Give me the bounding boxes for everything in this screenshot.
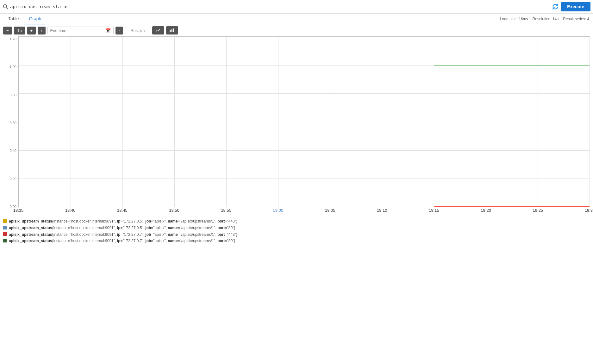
load-time: Load time: 16ms	[500, 17, 528, 21]
legend-color-1	[3, 219, 7, 223]
x-label-1850: 18:50	[169, 208, 179, 213]
y-axis: 1.20 1.00 0.80 0.60 0.40 0.20 0.00	[3, 36, 18, 216]
legend-item-4[interactable]: apisix_upstream_status{instance="host.do…	[3, 238, 590, 244]
execute-button[interactable]: Execute	[561, 2, 590, 11]
legend-text-1: apisix_upstream_status{instance="host.do…	[9, 219, 237, 224]
meta-info: Load time: 16ms Resolution: 14s Result s…	[496, 16, 593, 22]
y-label-100: 1.00	[10, 65, 16, 69]
grid-v-4	[226, 37, 227, 207]
grid-v-10	[538, 37, 538, 207]
grid-v-1	[71, 37, 71, 207]
end-time-input[interactable]	[50, 28, 103, 33]
legend-item-3[interactable]: apisix_upstream_status{instance="host.do…	[3, 232, 590, 237]
y-label-020: 0.20	[10, 177, 16, 181]
res-placeholder: Res. (s)	[130, 28, 145, 33]
grid-h-5	[19, 179, 590, 179]
x-label-1845: 18:45	[117, 208, 128, 213]
data-line-red	[434, 206, 590, 207]
prev-button[interactable]: ‹	[38, 27, 45, 35]
x-label-1930: 19:30	[585, 208, 593, 213]
refresh-icon[interactable]	[552, 3, 559, 10]
search-bar: Execute	[0, 0, 593, 14]
grid-h-2	[19, 93, 590, 94]
svg-rect-2	[170, 30, 171, 33]
duration-display: 1h	[14, 27, 25, 35]
legend-color-2	[3, 226, 7, 229]
resolution: Resolution: 14s	[533, 17, 559, 21]
legend-item-1[interactable]: apisix_upstream_status{instance="host.do…	[3, 219, 590, 224]
result-series: Result series: 4	[563, 17, 589, 21]
grid-v-8	[434, 37, 434, 207]
calendar-icon: 📅	[105, 28, 111, 33]
grid-v-0	[19, 37, 19, 207]
x-label-1855: 18:55	[221, 208, 231, 213]
x-label-1900: 19:00	[273, 208, 284, 213]
grid-v-11	[590, 37, 590, 207]
chart-container: 1.20 1.00 0.80 0.60 0.40 0.20 0.00	[3, 36, 590, 216]
plus-button[interactable]: +	[27, 27, 36, 35]
end-time-wrap: 📅	[47, 27, 114, 34]
legend-item-2[interactable]: apisix_upstream_status{instance="host.do…	[3, 225, 590, 231]
y-label-060: 0.60	[10, 121, 16, 125]
res-display[interactable]: Res. (s)	[125, 27, 150, 34]
svg-rect-4	[173, 28, 174, 32]
tab-table[interactable]: Table	[3, 14, 24, 24]
legend-text-4: apisix_upstream_status{instance="host.do…	[9, 238, 235, 244]
y-label-040: 0.40	[10, 149, 16, 153]
legend-text-2: apisix_upstream_status{instance="host.do…	[9, 225, 235, 231]
grid-h-0	[19, 37, 590, 37]
y-label-080: 0.80	[10, 93, 16, 97]
grid-v-3	[174, 37, 175, 207]
search-icon	[3, 4, 8, 9]
minus-button[interactable]: −	[3, 27, 12, 35]
legend-color-4	[3, 239, 7, 242]
grid-v-5	[278, 37, 278, 207]
chart-area	[18, 36, 590, 207]
y-label-120: 1.20	[10, 37, 16, 41]
line-chart-button[interactable]	[152, 26, 164, 35]
svg-rect-3	[172, 29, 172, 33]
grid-v-2	[122, 37, 123, 207]
x-axis: 18:35 18:40 18:45 18:50 18:55 19:00 19:0…	[18, 208, 590, 216]
x-label-1835: 18:35	[13, 208, 24, 213]
next-button[interactable]: ›	[115, 27, 123, 35]
svg-point-0	[3, 5, 7, 8]
x-label-1840: 18:40	[65, 208, 76, 213]
legend-color-3	[3, 232, 7, 236]
x-label-1925: 19:25	[533, 208, 543, 213]
data-line-green	[434, 65, 590, 66]
grid-h-6	[19, 207, 590, 207]
search-input[interactable]	[10, 4, 550, 9]
grid-h-3	[19, 122, 590, 122]
x-label-1905: 19:05	[325, 208, 335, 213]
x-label-1920: 19:20	[481, 208, 491, 213]
grid-h-4	[19, 150, 590, 151]
toolbar: − 1h + ‹ 📅 › Res. (s)	[0, 24, 593, 36]
tabs-row: Table Graph	[0, 14, 49, 24]
legend-text-3: apisix_upstream_status{instance="host.do…	[9, 232, 237, 237]
bar-chart-button[interactable]	[166, 26, 178, 35]
tab-graph[interactable]: Graph	[24, 14, 46, 24]
svg-line-1	[6, 8, 8, 9]
grid-v-9	[486, 37, 486, 207]
x-label-1910: 19:10	[377, 208, 387, 213]
legend: apisix_upstream_status{instance="host.do…	[3, 219, 590, 244]
grid-v-7	[382, 37, 382, 207]
grid-v-6	[330, 37, 330, 207]
x-label-1915: 19:15	[429, 208, 439, 213]
